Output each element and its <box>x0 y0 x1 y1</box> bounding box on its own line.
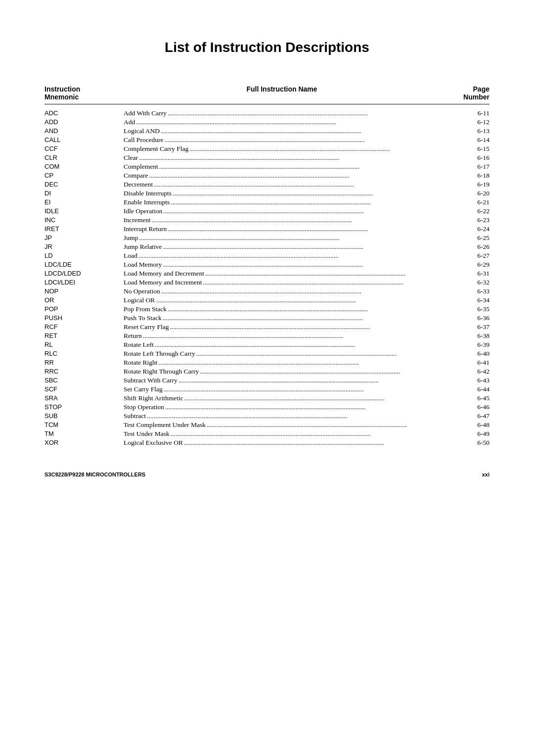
instruction-name: Complement <box>124 163 158 171</box>
page-column-header: Page Number <box>440 85 490 101</box>
fullname-cell: Add With Carry .........................… <box>124 109 440 117</box>
page-title: List of Instruction Descriptions <box>44 40 490 55</box>
mnemonic-cell: RET <box>44 332 124 339</box>
table-row: RR Rotate Right ........................… <box>44 359 490 367</box>
fullname-cell: Rotate Left ............................… <box>124 341 440 349</box>
table-row: DI Disable Interrupts ..................… <box>44 189 490 197</box>
table-row: SRA Shift Right Arithmetic .............… <box>44 394 490 402</box>
page-cell: 6-31 <box>440 270 490 278</box>
mnemonic-cell: RL <box>44 341 124 348</box>
instruction-name: Test Under Mask <box>124 430 170 438</box>
page-cell: 6-22 <box>440 207 490 215</box>
mnemonic-cell: RCF <box>44 323 124 331</box>
dot-leader: ........................................… <box>168 109 439 117</box>
page-cell: 6-48 <box>440 421 490 429</box>
mnemonic-cell: OR <box>44 296 124 304</box>
dot-leader: ........................................… <box>203 279 439 286</box>
instruction-name: Rotate Left Through Carry <box>124 350 195 358</box>
instruction-name: Logical OR <box>124 296 155 304</box>
mnemonic-cell: IRET <box>44 225 124 233</box>
table-row: DEC Decrement ..........................… <box>44 181 490 189</box>
table-row: LDCD/LDED Load Memory and Decrement ....… <box>44 270 490 278</box>
fullname-cell: Load Memory and Decrement ..............… <box>124 270 440 278</box>
page-cell: 6-18 <box>440 172 490 180</box>
table-row: PUSH Push To Stack .....................… <box>44 314 490 322</box>
fullname-cell: Rotate Left Through Carry ..............… <box>124 350 440 358</box>
dot-leader: ........................................… <box>171 430 439 438</box>
mnemonic-cell: TM <box>44 430 124 437</box>
table-row: RLC Rotate Left Through Carry ..........… <box>44 350 490 358</box>
mnemonic-cell: CALL <box>44 136 124 143</box>
fullname-cell: Disable Interrupts .....................… <box>124 189 440 197</box>
instruction-name: Test Complement Under Mask <box>124 421 206 429</box>
table-row: SBC Subtract With Carry ................… <box>44 377 490 384</box>
mnemonic-cell: LDCI/LDEI <box>44 279 124 286</box>
instruction-name: Load Memory <box>124 261 162 269</box>
table-row: COM Complement .........................… <box>44 163 490 171</box>
dot-leader: ........................................… <box>196 350 439 358</box>
mnemonic-cell: TCM <box>44 421 124 428</box>
page-cell: 6-50 <box>440 439 490 447</box>
fullname-cell: Add ....................................… <box>124 118 440 126</box>
table-row: XOR Logical Exclusive OR ...............… <box>44 439 490 447</box>
mnemonic-cell: SBC <box>44 377 124 384</box>
table-row: AND Logical AND ........................… <box>44 127 490 135</box>
instruction-name: Logical Exclusive OR <box>124 439 183 447</box>
table-row: TCM Test Complement Under Mask .........… <box>44 421 490 429</box>
instruction-name: Complement Carry Flag <box>124 145 188 153</box>
fullname-cell: Complement .............................… <box>124 163 440 171</box>
dot-leader: ........................................… <box>164 385 439 393</box>
dot-leader: ........................................… <box>138 252 439 260</box>
dot-leader: ........................................… <box>165 403 439 411</box>
page-cell: 6-32 <box>440 279 490 286</box>
table-row: TM Test Under Mask .....................… <box>44 430 490 438</box>
mnemonic-cell: DEC <box>44 181 124 188</box>
fullname-cell: Increment ..............................… <box>124 216 440 224</box>
fullname-column-header: Full Instruction Name <box>124 85 440 101</box>
fullname-cell: Load Memory ............................… <box>124 261 440 269</box>
dot-leader: ........................................… <box>200 368 439 376</box>
instruction-name: Jump <box>124 234 138 242</box>
footer-left: S3C9228/P9228 MICROCONTROLLERS <box>44 472 145 477</box>
page-cell: 6-36 <box>440 314 490 322</box>
table-row: SUB Subtract ...........................… <box>44 412 490 420</box>
footer-right: xxi <box>482 472 490 477</box>
page-cell: 6-43 <box>440 377 490 384</box>
fullname-cell: Return .................................… <box>124 332 440 340</box>
page-footer: S3C9228/P9228 MICROCONTROLLERS xxi <box>44 472 490 477</box>
fullname-cell: Pop From Stack .........................… <box>124 305 440 313</box>
dot-leader: ........................................… <box>165 136 439 144</box>
dot-leader: ........................................… <box>205 270 439 278</box>
mnemonic-cell: COM <box>44 163 124 170</box>
fullname-cell: Load ...................................… <box>124 252 440 260</box>
mnemonic-cell: ADC <box>44 109 124 117</box>
mnemonic-cell: XOR <box>44 439 124 446</box>
table-row: LDC/LDE Load Memory ....................… <box>44 261 490 269</box>
fullname-cell: Decrement ..............................… <box>124 181 440 189</box>
fullname-cell: Compare ................................… <box>124 172 440 180</box>
mnemonic-cell: RRC <box>44 368 124 375</box>
instruction-name: Shift Right Arithmetic <box>124 394 183 402</box>
fullname-cell: Complement Carry Flag ..................… <box>124 145 440 153</box>
dot-leader: ........................................… <box>163 314 439 322</box>
page-cell: 6-26 <box>440 243 490 251</box>
page-cell: 6-14 <box>440 136 490 144</box>
table-row: RL Rotate Left .........................… <box>44 341 490 349</box>
table-row: SCF Set Carry Flag .....................… <box>44 385 490 393</box>
instruction-name: Enable Interrupts <box>124 198 170 206</box>
page-cell: 6-13 <box>440 127 490 135</box>
table-row: LD Load ................................… <box>44 252 490 260</box>
page-cell: 6-41 <box>440 359 490 367</box>
table-row: LDCI/LDEI Load Memory and Increment ....… <box>44 279 490 286</box>
dot-leader: ........................................… <box>171 198 439 206</box>
mnemonic-cell: SUB <box>44 412 124 420</box>
fullname-cell: Stop Operation .........................… <box>124 403 440 411</box>
page-cell: 6-45 <box>440 394 490 402</box>
fullname-cell: Set Carry Flag .........................… <box>124 385 440 393</box>
page-cell: 6-23 <box>440 216 490 224</box>
table-row: POP Pop From Stack .....................… <box>44 305 490 313</box>
instruction-name: Pop From Stack <box>124 305 167 313</box>
dot-leader: ........................................… <box>168 305 439 313</box>
instruction-name: Idle Operation <box>124 207 162 215</box>
mnemonic-cell: DI <box>44 189 124 197</box>
